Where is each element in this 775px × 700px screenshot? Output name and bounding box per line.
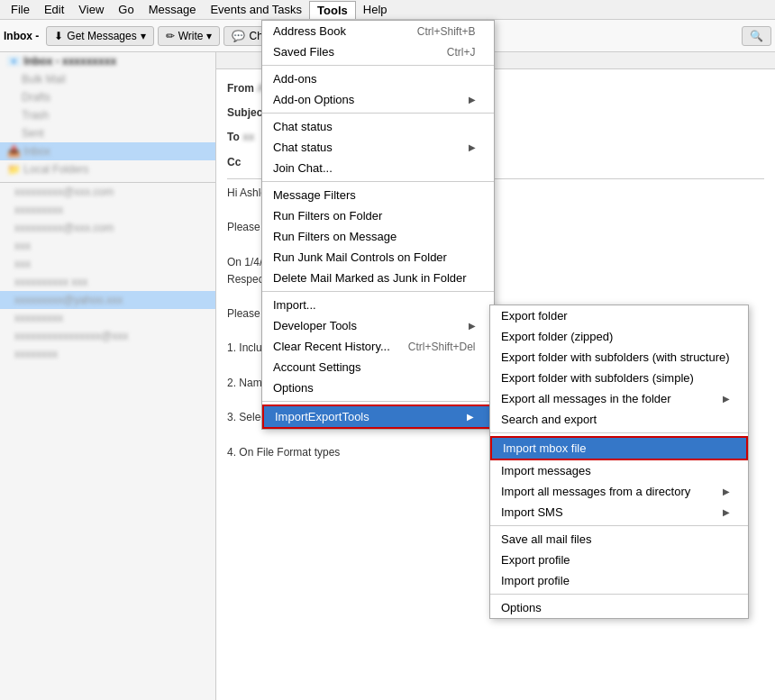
- iet-sep-1: [490, 432, 748, 433]
- menu-sep-4: [262, 291, 494, 292]
- sidebar-item-bulk[interactable]: Bulk Mail: [0, 70, 215, 88]
- sidebar-msg-7[interactable]: xxxxxxxxx@yahoo.xxx: [0, 291, 215, 309]
- menu-chat-status[interactable]: Chat status ▶: [262, 137, 494, 158]
- menu-message[interactable]: Message: [141, 1, 204, 18]
- menu-addons[interactable]: Add-ons: [262, 68, 494, 89]
- iet-submenu: Export folder Export folder (zipped) Exp…: [489, 305, 749, 619]
- get-messages-label: Get Messages: [67, 30, 136, 42]
- write-icon: ✏: [166, 30, 175, 42]
- menu-import[interactable]: Import...: [262, 295, 494, 315]
- iet-export-folder[interactable]: Export folder: [490, 305, 748, 326]
- tools-menu: Address Book Ctrl+Shift+B Saved Files Ct…: [261, 20, 495, 430]
- cc-label: Cc: [227, 156, 241, 168]
- sidebar-item-trash[interactable]: Trash: [0, 106, 215, 124]
- sidebar: 📧 Inbox - xxxxxxxxx Bulk Mail Drafts Tra…: [0, 52, 216, 700]
- iet-sep-2: [490, 525, 748, 526]
- sidebar-msg-8[interactable]: xxxxxxxxx: [0, 309, 215, 327]
- menu-clear-history[interactable]: Clear Recent History... Ctrl+Shift+Del: [262, 336, 494, 357]
- sidebar-msg-3[interactable]: xxxxxxxxx@xxx.com: [0, 219, 215, 237]
- menu-junk-folder[interactable]: Run Junk Mail Controls on Folder: [262, 247, 494, 268]
- sidebar-item-drafts[interactable]: Drafts: [0, 88, 215, 106]
- sidebar-msg-6[interactable]: xxxxxxxxxx xxx: [0, 273, 215, 291]
- iet-import-sms[interactable]: Import SMS ▶: [490, 502, 748, 523]
- menu-address-book[interactable]: Address Book Ctrl+Shift+B: [262, 21, 494, 41]
- from-label: From: [227, 82, 254, 95]
- iet-export-folder-zipped[interactable]: Export folder (zipped): [490, 326, 748, 347]
- menu-events[interactable]: Events and Tasks: [203, 1, 309, 18]
- iet-export-simple[interactable]: Export folder with subfolders (simple): [490, 368, 748, 388]
- menu-join-chat[interactable]: Join Chat...: [262, 158, 494, 178]
- menubar: File Edit View Go Message Events and Tas…: [0, 0, 775, 20]
- sidebar-item-localfolders[interactable]: 📁 Local Folders: [0, 160, 215, 178]
- menu-msg-filters[interactable]: Message Filters: [262, 185, 494, 205]
- search-icon: 🔍: [750, 30, 763, 42]
- menu-dev-tools[interactable]: Developer Tools ▶: [262, 315, 494, 336]
- get-messages-icon: ⬇: [54, 30, 63, 42]
- sidebar-msg-5[interactable]: xxx: [0, 255, 215, 273]
- sidebar-msg-2[interactable]: xxxxxxxxx: [0, 201, 215, 219]
- menu-account-settings[interactable]: Account Settings: [262, 357, 494, 377]
- sidebar-item-inbox1[interactable]: 📧 Inbox - xxxxxxxxx: [0, 52, 215, 70]
- iet-import-mbox[interactable]: Import mbox file: [490, 436, 748, 460]
- sidebar-msg-10[interactable]: xxxxxxxx: [0, 345, 215, 363]
- menu-addon-options[interactable]: Add-on Options ▶: [262, 89, 494, 110]
- iet-options[interactable]: Options: [490, 597, 748, 618]
- sidebar-msg-1[interactable]: xxxxxxxxx@xxx.com: [0, 183, 215, 201]
- iet-search-export[interactable]: Search and export: [490, 409, 748, 430]
- sidebar-item-inbox2[interactable]: 📥 Inbox: [0, 142, 215, 160]
- iet-export-profile[interactable]: Export profile: [490, 550, 748, 570]
- subject-label: Subject: [227, 106, 266, 119]
- write-arrow[interactable]: ▾: [206, 30, 212, 42]
- menu-options[interactable]: Options: [262, 377, 494, 398]
- menu-sep-3: [262, 181, 494, 182]
- inbox-label: Inbox -: [4, 30, 39, 42]
- iet-import-all-messages[interactable]: Import all messages from a directory ▶: [490, 481, 748, 502]
- menu-edit[interactable]: Edit: [37, 1, 71, 18]
- iet-save-mail-files[interactable]: Save all mail files: [490, 529, 748, 550]
- menu-sep-1: [262, 65, 494, 66]
- iet-export-with-structure[interactable]: Export folder with subfolders (with stru…: [490, 347, 748, 368]
- sidebar-msg-4[interactable]: xxx: [0, 237, 215, 255]
- menu-delete-junk[interactable]: Delete Mail Marked as Junk in Folder: [262, 268, 494, 288]
- iet-sep-3: [490, 594, 748, 595]
- to-label: To: [227, 131, 240, 143]
- menu-run-message[interactable]: Run Filters on Message: [262, 226, 494, 247]
- sidebar-item-sent[interactable]: Sent: [0, 124, 215, 142]
- write-button[interactable]: ✏ Write ▾: [158, 26, 221, 46]
- get-messages-button[interactable]: ⬇ Get Messages ▾: [46, 26, 153, 46]
- iet-import-profile[interactable]: Import profile: [490, 570, 748, 591]
- menu-run-folder[interactable]: Run Filters on Folder: [262, 205, 494, 226]
- menu-view[interactable]: View: [71, 1, 111, 18]
- menu-sep-5: [262, 401, 494, 402]
- iet-export-all-messages[interactable]: Export all messages in the folder ▶: [490, 388, 748, 409]
- menu-saved-files[interactable]: Saved Files Ctrl+J: [262, 41, 494, 62]
- menu-activity-manager[interactable]: Chat status: [262, 116, 494, 137]
- to-value: xx: [242, 131, 254, 143]
- col-read: [242, 54, 260, 67]
- col-flag: [223, 54, 242, 67]
- menu-file[interactable]: File: [4, 1, 37, 18]
- chat-icon: 💬: [232, 30, 245, 42]
- sidebar-msg-9[interactable]: xxxxxxxxxxxxxxxx@xxx: [0, 327, 215, 345]
- menu-help[interactable]: Help: [356, 1, 395, 18]
- write-label: Write: [178, 30, 204, 42]
- menu-sep-2: [262, 113, 494, 114]
- get-messages-arrow[interactable]: ▾: [141, 30, 146, 42]
- menu-go[interactable]: Go: [111, 1, 141, 18]
- menu-iet[interactable]: ImportExportTools ▶: [262, 405, 494, 429]
- iet-import-messages[interactable]: Import messages: [490, 460, 748, 481]
- search-button[interactable]: 🔍: [742, 26, 771, 46]
- menu-tools[interactable]: Tools: [309, 1, 356, 19]
